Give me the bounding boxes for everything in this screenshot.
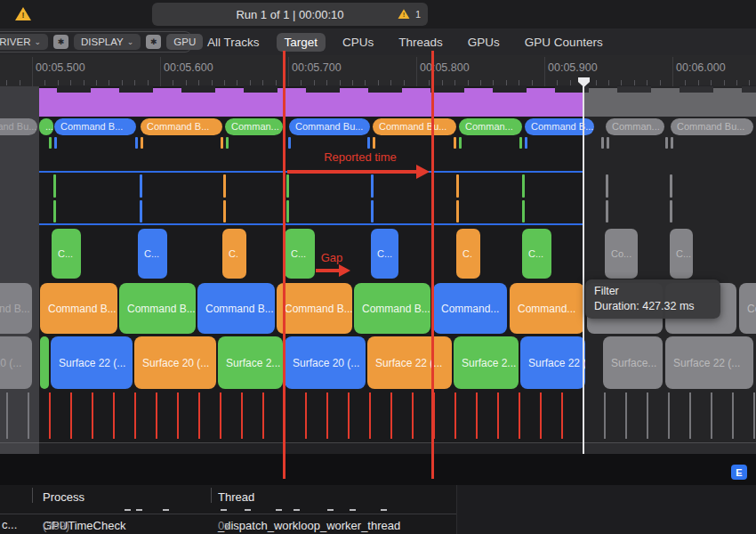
ruler-tick [596,80,597,85]
driver-pin-button[interactable]: ✱ [53,35,68,49]
purple-notch [368,85,402,93]
event-tick [371,174,374,198]
ruler-tick [660,80,661,85]
gpu-button[interactable]: GPU [166,34,203,50]
tab-cpus[interactable]: CPUs [334,33,382,52]
surface-block[interactable]: Surface 20 (... [285,336,366,389]
tab-gpu-counters[interactable]: GPU Counters [517,33,611,52]
column-divider[interactable] [211,488,212,503]
table-row[interactable]: c... GPUTimeCheck (369) _dispatch_worklo… [0,517,456,534]
boundary-tick [459,137,462,149]
ruler-tick [532,80,533,85]
ruler-tick [468,80,469,85]
tab-gpus[interactable]: GPUs [460,33,508,52]
command-buffer-block[interactable]: Command B... [277,283,352,334]
encoder-block[interactable]: C... [522,229,551,279]
ruler-tick [6,80,7,85]
run-status-pill[interactable]: Run 1 of 1 | 00:00:10 ! 1 [152,3,428,26]
command-buffer-block[interactable]: Command B... [119,283,196,334]
ruler-gridline [416,57,417,86]
boundary-tick [49,137,52,149]
tab-threads[interactable]: Threads [390,33,451,52]
event-tick [223,174,226,198]
vsync-tick [412,392,414,439]
filter-tooltip: Filter Duration: 427.32 ms [585,279,720,319]
command-buffer-pill[interactable]: Command Bu... [289,118,370,135]
event-tick [371,200,374,222]
clipped-row-mark [125,509,131,511]
ruler-tick [224,80,225,85]
vsync-tick [70,392,72,439]
purple-notch [306,85,340,93]
encoder-block[interactable]: C... [52,229,81,279]
warning-triangle-icon[interactable]: ! [15,7,31,21]
warning-badge-icon: ! [398,9,409,20]
command-buffer-pill[interactable]: Comman... [459,118,522,135]
detail-table: Process Thread c... GPUTimeCheck (369) _… [0,485,756,534]
surface-block[interactable]: Surface 22 (... [367,336,452,389]
ruler-time-label: 00:05.700 [292,61,342,74]
surface-block[interactable] [40,336,49,389]
clipped-row-mark [163,509,169,511]
column-header-thread[interactable]: Thread [218,490,254,504]
top-toolbar: ! Run 1 of 1 | 00:00:10 ! 1 [0,0,756,28]
surface-block[interactable]: Surface 20 (... [134,336,216,389]
column-header-process[interactable]: Process [43,490,84,504]
ruler-time-label: 00:05.600 [164,61,213,74]
clipped-row-mark [221,509,227,511]
cell-track: c... [2,518,17,531]
encoder-block[interactable]: C. [456,229,480,279]
surface-block[interactable]: Surface 2... [454,336,519,389]
boundary-tick [226,137,229,149]
gap-arrow [316,269,340,272]
encoder-block[interactable]: C... [285,229,315,279]
vsync-tick [497,392,499,439]
command-buffer-pill[interactable]: Command Bu... [373,118,456,135]
display-pin-button[interactable]: ✱ [146,35,161,49]
tab-all-tracks[interactable]: All Tracks [199,33,268,52]
command-buffer-pill[interactable]: Command B... [141,118,222,135]
command-buffer-pill[interactable]: Command B... [54,118,136,135]
encoder-block[interactable]: C. [222,229,246,279]
vsync-tick [220,392,221,439]
surface-block[interactable]: Surface 2... [218,336,283,389]
boundary-tick [54,137,57,149]
warning-count-badge[interactable]: ! 1 [396,7,421,21]
encoder-block[interactable]: C... [371,229,398,279]
ruler-tick [480,80,481,85]
tooltip-title: Filter [594,284,712,299]
command-buffer-pill[interactable]: ... [39,118,53,135]
gap-annotation: Gap [311,251,352,264]
tab-target[interactable]: Target [277,33,326,52]
column-divider[interactable] [32,488,33,503]
ruler-time-label: 00:05.800 [420,61,470,74]
playhead-line [583,86,584,454]
ruler-tick [301,80,302,85]
command-buffer-block[interactable]: Command B... [197,283,275,334]
ruler-gridline [288,57,289,86]
surface-block[interactable]: Surface 22 (... [520,336,585,389]
ruler-tick [237,80,237,85]
pane-divider[interactable] [456,485,457,534]
driver-dropdown[interactable]: DRIVER ⌄ [0,34,48,50]
command-buffer-pill[interactable]: Comman... [225,118,283,135]
display-dropdown[interactable]: DISPLAY ⌄ [74,34,141,50]
timeline-ruler[interactable]: 00:05.50000:05.60000:05.70000:05.80000:0… [0,55,756,87]
vsync-tick [198,392,200,439]
ruler-time-label: 00:05.500 [36,61,85,74]
tooltip-duration: Duration: 427.32 ms [594,299,712,314]
surface-block[interactable]: Surface 22 (... [51,336,133,389]
vsync-tick [369,392,371,439]
gpu-button-label: GPU [173,36,196,47]
run-status-label: Run 1 of 1 | 00:00:10 [236,8,343,21]
e-badge[interactable]: E [731,465,747,480]
command-buffer-block[interactable]: Command... [433,283,507,334]
command-buffer-block[interactable]: Command... [510,283,584,334]
encoder-block[interactable]: C... [138,229,167,279]
vsync-tick [113,392,115,439]
command-buffer-block[interactable]: Command B... [354,283,430,334]
asterisk-icon: ✱ [150,37,157,46]
command-buffer-block[interactable]: Command B... [40,283,117,334]
event-tick [456,200,459,222]
ruler-time-label: 00:05.900 [548,61,598,74]
